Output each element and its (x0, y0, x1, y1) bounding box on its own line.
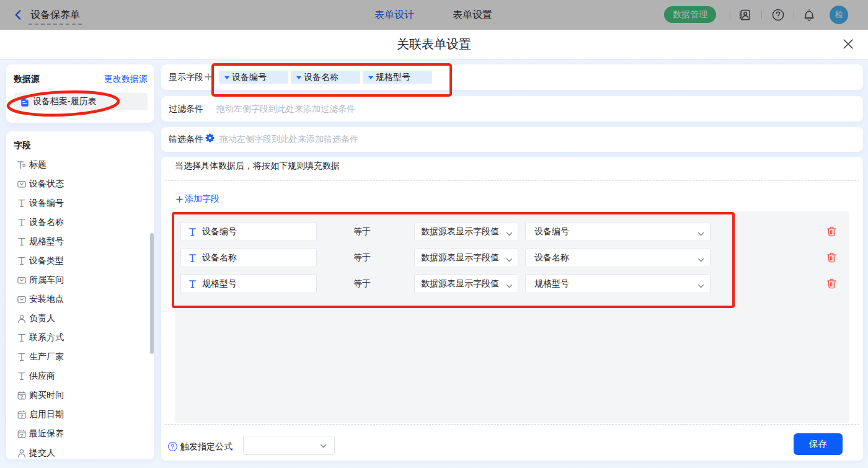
screen-condition-label: 筛选条件 (169, 127, 203, 152)
field-item[interactable]: 负责人 (12, 309, 155, 328)
back-icon[interactable] (13, 10, 23, 20)
rule-source-select-value: 数据源表显示字段值 (421, 226, 499, 237)
field-item-label: 生产厂家 (29, 351, 64, 363)
fill-rules-panel: 当选择具体数据后，将按如下规则填充数据 添加字段 设备编号等于数据源表显示字段值… (161, 157, 863, 461)
display-field-tag-label: 设备编号 (232, 72, 267, 83)
fields-title: 字段 (14, 140, 31, 151)
field-item-label: 设备类型 (29, 255, 64, 267)
text-icon (17, 353, 26, 361)
person-icon (17, 449, 26, 457)
close-icon[interactable] (843, 38, 854, 50)
field-item[interactable]: 标题 (12, 155, 155, 174)
select-icon (17, 180, 26, 188)
rule-source-select[interactable]: 数据源表显示字段值 (414, 222, 518, 241)
data-manage-button[interactable]: 数据管理 (664, 6, 716, 23)
plus-icon (176, 196, 183, 203)
field-item[interactable]: 设备类型 (12, 251, 155, 270)
rule-source-select[interactable]: 数据源表显示字段值 (414, 274, 518, 293)
rule-source-select-value: 数据源表显示字段值 (421, 252, 499, 263)
chevron-down-icon (506, 281, 513, 288)
help-circle-icon[interactable] (168, 442, 177, 451)
field-item[interactable]: 启用日期 (12, 405, 155, 424)
display-field-tag[interactable]: 设备名称 (291, 71, 360, 84)
fill-rules-note: 当选择具体数据后，将按如下规则填充数据 (175, 161, 340, 172)
rule-row: 设备名称等于数据源表显示字段值设备名称 (175, 248, 849, 267)
field-item[interactable]: 安装地点 (12, 289, 155, 309)
field-item[interactable]: 购买时间 (12, 386, 155, 405)
rule-value-select[interactable]: 设备名称 (525, 248, 711, 267)
text-icon (17, 237, 26, 246)
form-title-underline (29, 24, 84, 25)
rule-target-field[interactable]: 设备名称 (180, 248, 317, 267)
trash-icon[interactable] (826, 252, 837, 263)
datasource-selected-item[interactable]: 设备档案-履历表 (14, 93, 148, 110)
text-icon (17, 199, 26, 208)
rule-target-field[interactable]: 规格型号 (180, 274, 317, 293)
display-fields-row: 显示字段 设备编号设备名称规格型号 (161, 64, 863, 90)
filter-condition-row: 过滤条件 拖动左侧字段到此处来添加过滤条件 (161, 96, 863, 121)
field-item[interactable]: 设备名称 (12, 213, 155, 232)
save-button[interactable]: 保存 (794, 433, 843, 455)
text-icon (17, 333, 26, 342)
rule-target-field-label: 设备编号 (202, 226, 237, 237)
field-item[interactable]: 所属车间 (12, 270, 155, 289)
screen-drop-zone[interactable]: 拖动左侧字段到此处来添加筛选条件 (219, 127, 358, 152)
tab-form-settings[interactable]: 表单设置 (453, 0, 492, 30)
field-item[interactable]: 供应商 (12, 366, 155, 386)
display-field-tag-label: 设备名称 (304, 72, 339, 83)
help-icon[interactable] (772, 9, 784, 21)
chevron-down-icon (506, 255, 513, 262)
app-header: 设备保养单 表单设计 表单设置 数据管理 检 (0, 0, 868, 30)
avatar[interactable]: 检 (830, 6, 848, 24)
rule-operator: 等于 (343, 222, 381, 241)
field-item[interactable]: 规格型号 (12, 232, 155, 251)
contacts-icon[interactable] (738, 9, 751, 21)
field-item-label: 联系方式 (29, 332, 64, 343)
display-field-tag[interactable]: 设备编号 (219, 71, 288, 84)
gear-icon[interactable] (205, 133, 215, 143)
trash-icon[interactable] (826, 226, 837, 237)
formula-select[interactable] (243, 436, 335, 455)
select-icon (17, 276, 26, 285)
field-item[interactable]: 生产厂家 (12, 347, 155, 366)
scrollbar-thumb[interactable] (150, 233, 154, 354)
datasource-card: 数据源 更改数据源 设备档案-履历表 (6, 64, 154, 123)
tab-form-design[interactable]: 表单设计 (374, 0, 414, 30)
field-item[interactable]: 最近保养 (12, 424, 155, 443)
field-item[interactable]: 联系方式 (12, 328, 155, 347)
field-item[interactable]: 设备状态 (12, 174, 155, 193)
text-icon (17, 372, 26, 381)
field-item-label: 最近保养 (29, 428, 64, 439)
rule-row: 规格型号等于数据源表显示字段值规格型号 (175, 274, 849, 293)
display-field-tag[interactable]: 规格型号 (363, 71, 432, 84)
field-item-label: 设备编号 (29, 198, 64, 209)
field-item-label: 标题 (29, 159, 46, 170)
bell-icon[interactable] (803, 9, 815, 21)
field-item[interactable]: 提交人 (12, 443, 155, 462)
chevron-down-icon (698, 229, 704, 236)
header-divider (730, 11, 730, 19)
modal-header: 关联表单设置 (0, 30, 868, 60)
rule-target-field-label: 规格型号 (202, 278, 237, 289)
calendar-icon (17, 391, 26, 400)
add-display-field-icon[interactable] (205, 73, 212, 81)
rule-value-select-value: 设备编号 (534, 226, 569, 237)
field-item-label: 启用日期 (29, 409, 64, 420)
trash-icon[interactable] (826, 278, 837, 289)
field-item-label: 供应商 (29, 371, 55, 382)
rule-target-field[interactable]: 设备编号 (180, 222, 317, 241)
form-title[interactable]: 设备保养单 (30, 0, 80, 30)
field-item-label: 设备状态 (29, 179, 64, 190)
add-field-button[interactable]: 添加字段 (176, 193, 219, 205)
field-item[interactable]: 设备编号 (12, 193, 155, 213)
rule-value-select[interactable]: 设备编号 (525, 222, 711, 241)
field-list: 标题设备状态设备编号设备名称规格型号设备类型所属车间安装地点负责人联系方式生产厂… (12, 155, 155, 462)
calendar-icon (17, 410, 26, 419)
rule-operator: 等于 (343, 248, 381, 267)
rule-value-select-value: 规格型号 (534, 278, 569, 289)
change-datasource-link[interactable]: 更改数据源 (104, 74, 148, 85)
caret-down-icon (224, 76, 229, 79)
filter-drop-zone[interactable]: 拖动左侧字段到此处来添加过滤条件 (216, 96, 355, 121)
rule-value-select[interactable]: 规格型号 (525, 274, 711, 293)
rule-source-select[interactable]: 数据源表显示字段值 (414, 248, 518, 267)
